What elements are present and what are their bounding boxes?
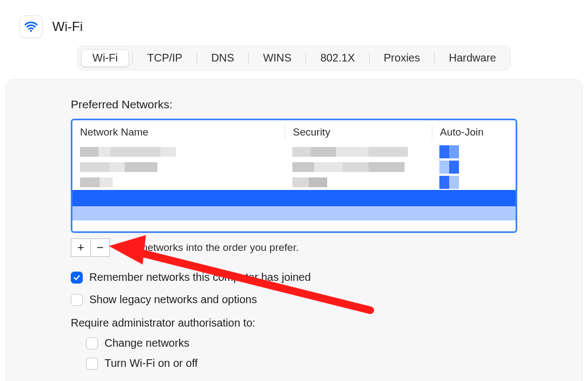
admin-auth-label: Require administrator authorisation to: (71, 317, 517, 329)
column-auto-join[interactable]: Auto-Join (432, 125, 516, 139)
table-row[interactable] (72, 175, 516, 190)
table-row-selected[interactable] (72, 190, 516, 206)
tab-separator (248, 52, 249, 64)
check-icon (73, 274, 81, 281)
redacted-text (80, 147, 285, 157)
admin-toggle-wifi-checkbox[interactable] (86, 358, 98, 370)
admin-toggle-wifi-row: Turn Wi-Fi on or off (86, 357, 517, 370)
legacy-networks-label: Show legacy networks and options (89, 293, 257, 306)
tab-separator (197, 52, 197, 64)
tab-tcpip[interactable]: TCP/IP (136, 50, 193, 66)
remember-networks-checkbox[interactable] (71, 272, 83, 284)
column-network-name[interactable]: Network Name (72, 126, 285, 138)
preferred-networks-table[interactable]: Network Name Security Auto-Join (71, 119, 517, 233)
preferred-networks-label: Preferred Networks: (71, 98, 517, 111)
admin-change-networks-checkbox[interactable] (86, 337, 98, 349)
redacted-text (80, 162, 285, 172)
drag-hint-text: ag networks into the order you prefer. (127, 242, 299, 254)
svg-point-0 (30, 30, 32, 32)
page-title: Wi-Fi (52, 19, 83, 34)
tab-separator (369, 52, 370, 64)
redacted-toggle (439, 161, 516, 174)
panel-content: Preferred Networks: Network Name Securit… (71, 98, 517, 370)
tab-hardware[interactable]: Hardware (438, 50, 507, 66)
redacted-text (292, 177, 432, 187)
redacted-text (292, 147, 432, 157)
wifi-icon (20, 15, 42, 38)
tab-separator (305, 52, 306, 64)
table-body[interactable] (72, 144, 516, 231)
remember-networks-label: Remember networks this computer has join… (89, 271, 311, 284)
table-row[interactable] (72, 206, 516, 220)
redacted-toggle (439, 176, 516, 189)
add-network-button[interactable]: + (71, 238, 90, 257)
tab-proxies[interactable]: Proxies (373, 50, 431, 66)
tab-separator (434, 52, 434, 64)
legacy-networks-checkbox[interactable] (71, 294, 83, 306)
tabbar: Wi-Fi TCP/IP DNS WINS 802.1X Proxies Har… (77, 46, 511, 70)
legacy-networks-row: Show legacy networks and options (71, 293, 517, 306)
table-row[interactable] (72, 144, 516, 159)
column-security[interactable]: Security (285, 125, 432, 139)
redacted-toggle (439, 145, 516, 158)
tabbar-container: Wi-Fi TCP/IP DNS WINS 802.1X Proxies Har… (0, 46, 588, 70)
add-remove-row: + − ag networks into the order you prefe… (71, 238, 517, 257)
tab-dns[interactable]: DNS (200, 50, 245, 66)
admin-change-networks-row: Change networks (86, 337, 517, 349)
tab-8021x[interactable]: 802.1X (309, 50, 365, 66)
tab-wifi[interactable]: Wi-Fi (81, 49, 130, 67)
admin-toggle-wifi-label: Turn Wi-Fi on or off (105, 357, 198, 370)
redacted-text (80, 177, 285, 187)
redacted-text (292, 162, 432, 172)
tab-separator (132, 52, 133, 64)
table-header: Network Name Security Auto-Join (72, 120, 516, 144)
admin-change-networks-label: Change networks (105, 337, 189, 349)
title-row: Wi-Fi (0, 0, 588, 46)
settings-panel: Preferred Networks: Network Name Securit… (5, 79, 583, 381)
remove-network-button[interactable]: − (90, 238, 110, 257)
remember-networks-row: Remember networks this computer has join… (71, 271, 517, 284)
tab-wins[interactable]: WINS (252, 50, 302, 66)
table-row[interactable] (72, 159, 516, 175)
